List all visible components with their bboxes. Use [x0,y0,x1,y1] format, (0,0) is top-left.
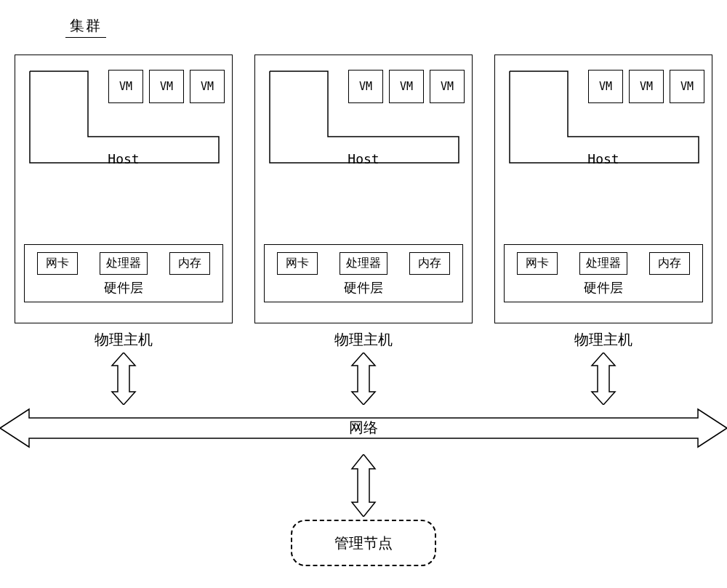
vm-box: VM [348,70,383,103]
physical-host-caption: 物理主机 [15,330,232,350]
arrow-host-to-net [111,353,137,405]
vm-label: VM [119,80,132,93]
svg-marker-2 [592,353,615,405]
physical-host-caption: 物理主机 [255,330,472,350]
vm-box: VM [149,70,184,103]
physical-host: VMVMVMHost网卡处理器内存硬件层物理主机 [494,55,712,323]
hw-nic: 网卡 [517,252,558,275]
vm-box: VM [670,70,704,103]
svg-marker-4 [352,454,375,517]
svg-marker-1 [352,353,375,405]
vm-label: VM [599,80,612,93]
hw-nic: 网卡 [277,252,318,275]
arrow-host-to-net [350,353,377,405]
hw-nic: 网卡 [37,252,78,275]
vm-box: VM [389,70,424,103]
hw-cpu: 处理器 [100,252,148,275]
svg-marker-0 [112,353,135,405]
vm-box: VM [629,70,664,103]
hardware-layer-label: 硬件层 [505,279,702,297]
vm-box: VM [108,70,143,103]
vm-label: VM [680,80,694,93]
vm-label: VM [441,80,454,93]
hw-cpu: 处理器 [579,252,627,275]
hosts-row: VMVMVMHost网卡处理器内存硬件层物理主机VMVMVMHost网卡处理器内… [15,55,712,323]
vm-label: VM [201,80,214,93]
vm-box: VM [430,70,465,103]
vm-box: VM [588,70,623,103]
vm-box: VM [190,70,225,103]
vm-label: VM [359,80,372,93]
management-node: 管理节点 [291,520,436,566]
arrow-host-to-net [590,353,616,405]
physical-host: VMVMVMHost网卡处理器内存硬件层物理主机 [15,55,233,323]
hw-mem: 内存 [169,252,210,275]
vm-row: VMVMVM [588,70,704,103]
host-label: Host [255,151,472,166]
hardware-layer: 网卡处理器内存硬件层 [264,244,463,302]
hardware-layer-label: 硬件层 [265,279,462,297]
hw-mem: 内存 [409,252,450,275]
hw-cpu: 处理器 [340,252,387,275]
arrow-net-to-mgmt [350,454,377,517]
hw-mem: 内存 [649,252,690,275]
host-label: Host [15,151,232,166]
vm-row: VMVMVM [348,70,465,103]
host-label: Host [495,151,712,166]
hardware-layer: 网卡处理器内存硬件层 [24,244,223,302]
vm-label: VM [400,80,413,93]
hardware-layer-label: 硬件层 [25,279,222,297]
management-node-label: 管理节点 [334,533,393,553]
vm-label: VM [160,80,173,93]
physical-host: VMVMVMHost网卡处理器内存硬件层物理主机 [254,55,473,323]
hardware-layer: 网卡处理器内存硬件层 [504,244,703,302]
vm-label: VM [640,80,653,93]
vm-row: VMVMVM [108,70,225,103]
cluster-label: 集群 [65,16,106,38]
network-label: 网络 [0,418,727,438]
physical-host-caption: 物理主机 [495,330,712,350]
